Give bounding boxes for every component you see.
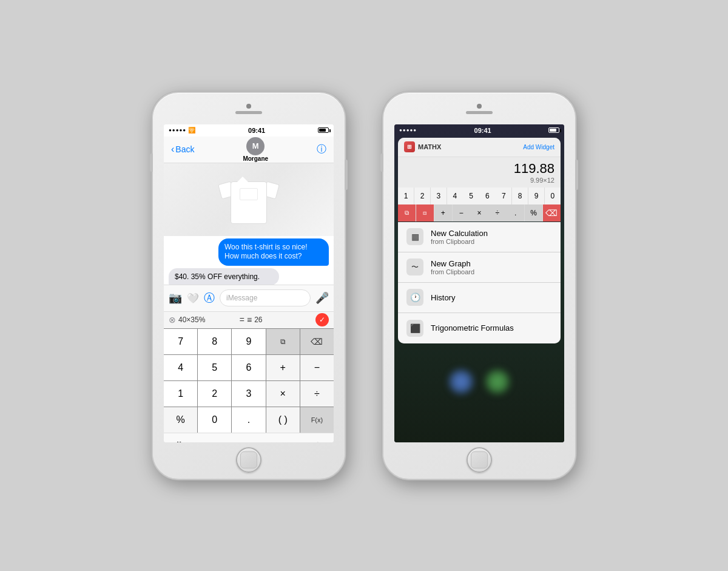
- mkey-2[interactable]: 2: [414, 188, 430, 204]
- mkey-9[interactable]: 9: [528, 188, 544, 204]
- calc-equals: =: [240, 315, 244, 325]
- key-9[interactable]: 9: [232, 329, 265, 354]
- key-1[interactable]: 1: [164, 381, 197, 407]
- menu-item-history[interactable]: 🕐 History: [398, 283, 561, 313]
- mop-divide[interactable]: ÷: [488, 204, 506, 221]
- key-minus[interactable]: −: [300, 355, 334, 380]
- mathx-title: MATHX: [418, 143, 523, 150]
- mop-minus[interactable]: −: [453, 204, 470, 221]
- blur-dot-blue: [449, 370, 473, 394]
- mkey-5[interactable]: 5: [463, 188, 479, 204]
- app-icon[interactable]: Ⓐ: [204, 291, 215, 305]
- phone-top-2: [383, 93, 575, 124]
- blur-dot-green: [485, 370, 510, 394]
- chevron-up-icon[interactable]: ⌃: [314, 441, 322, 442]
- shirt-graphic: [224, 169, 273, 230]
- speaker-2: [466, 111, 493, 114]
- speaker-1: [235, 111, 262, 114]
- mkey-0[interactable]: 0: [545, 188, 561, 204]
- calculator-icon: ▦: [406, 228, 423, 245]
- info-button[interactable]: ⓘ: [317, 143, 326, 156]
- mop-paste-left[interactable]: ⧉: [398, 204, 416, 221]
- mop-delete[interactable]: ⌫: [543, 204, 561, 221]
- menu-text-calculation: New Calculation from Clipboard: [431, 229, 552, 245]
- key-backspace[interactable]: ⌫: [300, 329, 334, 354]
- menu-title-trig: Trigonometric Formulas: [431, 323, 552, 333]
- mic-icon[interactable]: 🎤: [315, 291, 329, 305]
- key-3[interactable]: 3: [232, 381, 265, 407]
- mathx-oprow: ⧉ ⧈ + − × ÷ . % ⌫: [398, 204, 561, 221]
- messages-area: Woo this t-shirt is so nice! How much do…: [164, 163, 334, 285]
- back-button[interactable]: ‹ Back: [171, 144, 194, 155]
- time-2: 09:41: [474, 127, 491, 134]
- mathx-widget: ⊞ MATHX Add Widget 119.88 9.99×12 1 2 3 …: [398, 138, 561, 221]
- mop-plus[interactable]: +: [434, 204, 452, 221]
- mathx-numrow: 1 2 3 4 5 6 7 8 9 0: [398, 188, 561, 204]
- menu-subtitle-graph: from Clipboard: [431, 268, 552, 275]
- mkey-7[interactable]: 7: [496, 188, 511, 204]
- incoming-bubble: $40. 35% OFF everything.: [169, 268, 279, 285]
- mop-dot[interactable]: .: [507, 204, 524, 221]
- mathx-display: 119.88 9.99×12: [398, 157, 561, 188]
- chevron-icon: ‹: [171, 144, 174, 155]
- shirt-collar: [237, 177, 249, 183]
- key-percent[interactable]: %: [164, 407, 197, 433]
- mkey-1[interactable]: 1: [398, 188, 414, 204]
- mop-paste-right[interactable]: ⧈: [416, 204, 434, 221]
- key-parens[interactable]: ( ): [266, 407, 300, 433]
- menu-item-graph[interactable]: 〜 New Graph from Clipboard: [398, 252, 561, 283]
- key-paste[interactable]: ⧉: [266, 329, 300, 354]
- mkey-4[interactable]: 4: [447, 188, 463, 204]
- shirt-body: [231, 181, 267, 224]
- mathx-logo: ⊞: [404, 141, 415, 152]
- menu-item-trig[interactable]: ⬛ Trigonometric Formulas: [398, 313, 561, 343]
- menu-text-trig: Trigonometric Formulas: [431, 323, 552, 333]
- screen-1: ●●●●● 🛜 09:41 ‹ Back M Morgane ⓘ: [164, 124, 334, 442]
- key-dot[interactable]: .: [232, 407, 265, 433]
- home-button-1[interactable]: [236, 447, 261, 473]
- key-0[interactable]: 0: [198, 407, 231, 433]
- product-image: [164, 163, 334, 236]
- phone1-bottom-bar: ⠿ ⊙ • ⌃: [164, 433, 334, 442]
- camera-icon[interactable]: 📷: [169, 291, 182, 305]
- contact-avatar: M: [246, 137, 265, 155]
- camera-2: [477, 104, 482, 109]
- key-function[interactable]: F(x): [300, 407, 334, 433]
- menu-subtitle-calculation: from Clipboard: [431, 238, 552, 245]
- key-6[interactable]: 6: [232, 355, 265, 380]
- key-7[interactable]: 7: [164, 329, 197, 354]
- contact-center[interactable]: M Morgane: [243, 137, 268, 162]
- calc-close[interactable]: ⊗: [169, 315, 176, 325]
- heart-icon[interactable]: 🤍: [187, 292, 199, 304]
- key-4[interactable]: 4: [164, 355, 197, 380]
- messages-toolbar: 📷 🤍 Ⓐ iMessage 🎤: [164, 285, 334, 311]
- add-widget-button[interactable]: Add Widget: [523, 144, 554, 150]
- home-button-2[interactable]: [467, 447, 492, 473]
- key-divide[interactable]: ÷: [300, 381, 334, 407]
- key-multiply[interactable]: ×: [266, 381, 300, 407]
- menu-item-calculation[interactable]: ▦ New Calculation from Clipboard: [398, 222, 561, 252]
- menu-title-graph: New Graph: [431, 259, 552, 268]
- signal-dot: ●●●●●: [169, 127, 186, 133]
- key-plus[interactable]: +: [266, 355, 300, 380]
- key-8[interactable]: 8: [198, 329, 231, 354]
- mathx-logo-icon: ⊞: [407, 144, 412, 150]
- menu-text-history: History: [431, 293, 552, 302]
- key-2[interactable]: 2: [198, 381, 231, 407]
- outgoing-bubble: Woo this t-shirt is so nice! How much do…: [218, 238, 329, 266]
- dots-icon[interactable]: ⠿: [176, 441, 182, 442]
- message-input[interactable]: iMessage: [220, 289, 311, 306]
- menu-widget: ▦ New Calculation from Clipboard 〜 New G…: [398, 222, 561, 343]
- key-5[interactable]: 5: [198, 355, 231, 380]
- mkey-6[interactable]: 6: [479, 188, 495, 204]
- mop-percent[interactable]: %: [525, 204, 542, 221]
- calculator-keyboard: 7 8 9 ⧉ ⌫ 4 5 6 + − 1 2 3 × ÷ % 0 . ( ) …: [164, 328, 334, 433]
- calc-confirm[interactable]: ✓: [315, 313, 329, 326]
- menu-text-graph: New Graph from Clipboard: [431, 259, 552, 275]
- mkey-3[interactable]: 3: [431, 188, 447, 204]
- battery-area-2: [548, 127, 559, 133]
- mathx-expression: 9.99×12: [404, 177, 554, 184]
- mkey-8[interactable]: 8: [512, 188, 528, 204]
- mop-multiply[interactable]: ×: [470, 204, 488, 221]
- battery-area: [318, 127, 329, 133]
